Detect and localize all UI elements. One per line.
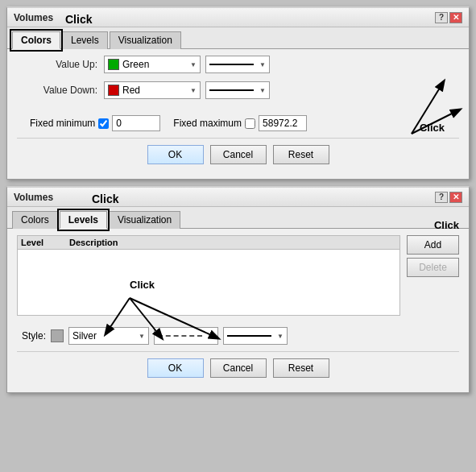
- tab-colors-1[interactable]: Colors: [12, 31, 60, 49]
- levels-buttons: Click Add Delete: [407, 235, 459, 322]
- dialog-volumes-1: Volumes ? ✕ Colors Levels Visualization …: [6, 6, 470, 180]
- value-up-label: Value Up:: [17, 59, 97, 70]
- dialog-title-2: Volumes: [14, 192, 53, 203]
- value-down-line-preview: [209, 89, 254, 91]
- fixed-row: Fixed minimum Fixed maximum: [30, 115, 459, 131]
- value-down-row: Value Down: Red ▼ ▼: [17, 81, 459, 99]
- tab-bar-2: Colors Levels Visualization: [7, 207, 469, 229]
- tab-colors-2[interactable]: Colors: [12, 211, 58, 229]
- fixed-min-label: Fixed minimum: [30, 118, 95, 129]
- levels-table-header: Level Description: [18, 236, 399, 250]
- value-up-row: Value Up: Green ▼ ▼: [17, 56, 459, 73]
- level-col-header: Level: [21, 238, 69, 247]
- close-button-1[interactable]: ✕: [449, 12, 462, 23]
- fixed-max-checkbox[interactable]: [245, 118, 255, 129]
- value-down-select[interactable]: Red ▼: [104, 81, 201, 99]
- cancel-button-2[interactable]: Cancel: [210, 358, 267, 378]
- style-color-arrow: ▼: [139, 333, 145, 340]
- style-color-select[interactable]: Silver ▼: [68, 327, 149, 345]
- title-bar-2: Volumes ? ✕: [7, 188, 469, 207]
- dialog-title-1: Volumes: [14, 12, 53, 23]
- style-line-preview-2: [227, 335, 271, 337]
- tab-bar-1: Colors Levels Visualization: [7, 27, 469, 49]
- value-up-select-group: Green ▼ ▼: [104, 56, 270, 73]
- value-up-line-select[interactable]: ▼: [205, 56, 270, 73]
- style-line-select-1[interactable]: ▼: [154, 327, 218, 345]
- reset-button-1[interactable]: Reset: [273, 145, 329, 164]
- fixed-min-input[interactable]: [112, 115, 160, 131]
- value-up-select[interactable]: Green ▼: [104, 56, 201, 73]
- value-up-color-label: Green: [122, 59, 149, 70]
- tab-levels-1[interactable]: Levels: [62, 31, 108, 49]
- style-line-arrow-1: ▼: [208, 333, 214, 340]
- dialog-volumes-2: Volumes ? ✕ Colors Levels Visualization …: [6, 186, 470, 393]
- title-bar-buttons-2: ? ✕: [435, 192, 462, 203]
- levels-table: Level Description: [17, 235, 400, 316]
- title-bar-buttons-1: ? ✕: [435, 12, 462, 23]
- reset-button-2[interactable]: Reset: [273, 358, 329, 378]
- ok-button-2[interactable]: OK: [147, 358, 204, 378]
- style-color-label: Silver: [72, 330, 97, 342]
- fixed-max-label: Fixed maximum: [173, 118, 242, 129]
- value-down-line-select[interactable]: ▼: [205, 81, 270, 99]
- add-button[interactable]: Add: [407, 235, 459, 255]
- value-down-label: Value Down:: [17, 85, 97, 96]
- dashed-line-preview: [158, 335, 202, 337]
- cancel-button-1[interactable]: Cancel: [210, 145, 267, 164]
- fixed-max-input[interactable]: [259, 115, 307, 131]
- tab-visualization-2[interactable]: Visualization: [109, 211, 180, 229]
- help-button-1[interactable]: ?: [435, 12, 448, 23]
- style-row: Style: Silver ▼ ▼ ▼: [17, 327, 459, 345]
- value-up-line-arrow: ▼: [259, 61, 266, 68]
- fixed-min-group: Fixed minimum: [30, 115, 160, 131]
- style-label: Style:: [17, 330, 46, 342]
- fixed-max-group: Fixed maximum: [173, 115, 307, 131]
- value-down-arrow: ▼: [190, 87, 197, 94]
- style-line-select-2[interactable]: ▼: [223, 327, 288, 345]
- button-row-2: OK Cancel Reset: [17, 351, 459, 386]
- button-row-1: OK Cancel Reset: [17, 138, 459, 172]
- value-down-line-arrow: ▼: [259, 87, 266, 94]
- dialog2-content: Level Description Click Add Delete Style…: [7, 229, 469, 392]
- delete-button[interactable]: Delete: [407, 258, 459, 277]
- fixed-min-checkbox[interactable]: [98, 118, 109, 129]
- tab-visualization-1[interactable]: Visualization: [110, 31, 181, 49]
- levels-left: Level Description: [17, 235, 400, 322]
- green-dot: [108, 59, 119, 70]
- title-bar-1: Volumes ? ✕: [7, 8, 469, 27]
- value-down-select-group: Red ▼ ▼: [104, 81, 270, 99]
- levels-main: Level Description Click Add Delete: [17, 235, 459, 322]
- tab-levels-2[interactable]: Levels: [60, 211, 107, 229]
- desc-col-header: Description: [69, 238, 396, 247]
- value-up-line-preview: [209, 64, 254, 65]
- dialog1-content: Value Up: Green ▼ ▼ Value Down:: [7, 49, 469, 179]
- style-line-arrow-2: ▼: [277, 333, 284, 340]
- close-button-2[interactable]: ✕: [449, 192, 462, 203]
- red-dot: [108, 85, 119, 96]
- value-up-arrow: ▼: [190, 61, 197, 68]
- value-down-color-label: Red: [122, 85, 140, 96]
- help-button-2[interactable]: ?: [435, 192, 448, 203]
- ok-button-1[interactable]: OK: [147, 145, 204, 164]
- style-color-box: [51, 329, 64, 342]
